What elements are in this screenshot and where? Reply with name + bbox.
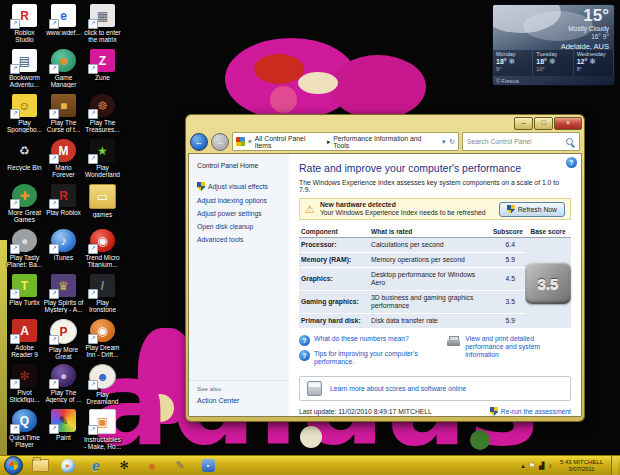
close-button[interactable]: × bbox=[554, 117, 582, 130]
alert-title: New hardware detected bbox=[320, 201, 494, 209]
wei-rated: 3D business and gaming graphics performa… bbox=[369, 291, 485, 314]
desktop-icon-itunes[interactable]: ♪↗iTunes bbox=[44, 229, 83, 274]
taskbar-pivot[interactable]: ✻ bbox=[115, 457, 133, 475]
link-improve-tips[interactable]: ? Tips for improving your computer's per… bbox=[299, 350, 441, 366]
help-icon[interactable]: ? bbox=[566, 157, 577, 168]
breadcrumb-all-control-panel[interactable]: All Control Panel Items bbox=[255, 135, 324, 149]
chevron-down-icon[interactable]: ▾ bbox=[442, 138, 445, 146]
document-icon: ▣↗ bbox=[89, 409, 116, 434]
desktop-icon-bookworm[interactable]: ▤↗Bookworm Adventu... bbox=[5, 49, 44, 94]
desktop-icon-adobe-reader[interactable]: A↗Adobe Reader 9 bbox=[5, 319, 44, 364]
desktop-icon-website[interactable]: e↗www.wdef... bbox=[44, 4, 83, 49]
sidebar-item-action-center[interactable]: Action Center bbox=[197, 397, 281, 404]
network-icon[interactable]: ▟ bbox=[539, 462, 544, 470]
forward-button[interactable]: → bbox=[211, 133, 229, 151]
taskbar-tool[interactable]: ✎ bbox=[171, 457, 189, 475]
tray-expand-icon[interactable]: ▴ bbox=[521, 462, 525, 470]
shortcut-arrow-icon: ↗ bbox=[49, 379, 59, 389]
taskbar-internet-explorer[interactable]: e bbox=[87, 457, 105, 475]
taskbar-messenger[interactable]: ▪ bbox=[199, 457, 217, 475]
desktop-icon-trend-micro[interactable]: ◉↗Trend Micro Titanium... bbox=[83, 229, 122, 274]
refresh-now-button[interactable]: Refresh Now bbox=[499, 202, 565, 217]
star-icon: ★↗ bbox=[90, 139, 115, 162]
col-header: Base score bbox=[525, 226, 571, 238]
taskbar-game[interactable]: ● bbox=[143, 457, 161, 475]
desktop-icon-curse[interactable]: ■↗Play The Curse of t... bbox=[44, 94, 83, 139]
shortcut-arrow-icon: ↗ bbox=[49, 109, 59, 119]
messenger-icon: ▪ bbox=[202, 459, 215, 472]
taskbar-media-player[interactable]: ▸ bbox=[59, 457, 77, 475]
desktop-icon-mario-forever[interactable]: M↗Mario Forever bbox=[44, 139, 83, 184]
desktop-icon-quicktime[interactable]: Q↗QuickTime Player bbox=[5, 409, 44, 454]
sidebar-item-visual-effects[interactable]: Adjust visual effects bbox=[197, 182, 289, 191]
desktop-icon-matrix[interactable]: ▦↗click to enter the matrix bbox=[83, 4, 122, 49]
breadcrumb-separator: ▸ bbox=[327, 138, 330, 146]
wallpaper-trefoil-blob bbox=[330, 55, 426, 119]
forecast-day: Monday 18°❄ 9° bbox=[493, 50, 533, 76]
desktop-icon-ironstone[interactable]: /↗Play Ironstone bbox=[83, 274, 122, 319]
link-what-numbers-mean[interactable]: ? What do these numbers mean? bbox=[299, 335, 441, 346]
shortcut-arrow-icon: ↗ bbox=[88, 109, 98, 119]
breadcrumb-performance[interactable]: Performance Information and Tools bbox=[333, 135, 439, 149]
link-view-print[interactable]: View and print detailed performance and … bbox=[447, 335, 571, 370]
shortcut-arrow-icon: ↗ bbox=[10, 109, 20, 119]
sidebar-item-indexing[interactable]: Adjust indexing options bbox=[197, 197, 289, 204]
col-header: Subscore bbox=[485, 226, 525, 238]
volume-icon[interactable]: ♪ bbox=[548, 462, 552, 469]
link-learn-more[interactable]: Learn more about scores and software onl… bbox=[299, 376, 571, 401]
desktop-icon-dream-inn[interactable]: ◉↗Play Dream Inn - Drift... bbox=[83, 319, 122, 364]
refresh-icon[interactable]: ↻ bbox=[449, 138, 455, 146]
desktop-icon-agency[interactable]: ●↗Play The Agency of ... bbox=[44, 364, 83, 409]
desktop-icon-more-great-games[interactable]: ✚↗More Great Games bbox=[5, 184, 44, 229]
weather-gadget[interactable]: 15° Mostly Cloudy 16° 9° Adelaide, AUS M… bbox=[492, 4, 615, 86]
back-button[interactable]: ← bbox=[190, 133, 208, 151]
app-icon: /↗ bbox=[90, 274, 115, 297]
desktop-icon-treasures[interactable]: ☸↗Play The Treasures... bbox=[83, 94, 122, 139]
sidebar-item-power[interactable]: Adjust power settings bbox=[197, 210, 289, 217]
show-desktop-button[interactable] bbox=[611, 456, 618, 475]
title-bar[interactable]: – □ × bbox=[188, 117, 582, 130]
sidebar-item-advanced-tools[interactable]: Advanced tools bbox=[197, 236, 289, 243]
desktop-icon-spongebob[interactable]: ☺↗Play Spongebo... bbox=[5, 94, 44, 139]
desktop-icon-instructables[interactable]: ▣↗Instructables - Make, Ho... bbox=[83, 409, 122, 454]
stick-figure-icon: ✻ bbox=[119, 459, 128, 472]
wei-subscore: 4.5 bbox=[485, 268, 525, 291]
app-icon: R↗ bbox=[51, 184, 76, 207]
desktop-icon-paint[interactable]: ✎↗Paint bbox=[44, 409, 83, 454]
wallpaper-splatter bbox=[298, 72, 338, 94]
desktop-icon-roblox-studio[interactable]: R↗Roblox Studio bbox=[5, 4, 44, 49]
desktop-icon-play-roblox[interactable]: R↗Play Roblox bbox=[44, 184, 83, 229]
app-icon: T↗ bbox=[12, 274, 37, 297]
desktop-icon-dreamland[interactable]: ☻↗Play Dreamland bbox=[83, 364, 122, 409]
taskbar-clock[interactable]: 5:43 MITCHELL 3/07/2011 bbox=[560, 459, 603, 473]
navigation-bar: ← → « All Control Panel Items ▸ Performa… bbox=[188, 130, 582, 153]
start-button[interactable] bbox=[4, 456, 23, 475]
desktop-icon-popcap-games[interactable]: P↗Play More Great Games! bbox=[44, 319, 83, 364]
desktop-icon-games-folder[interactable]: ▭↗games bbox=[83, 184, 122, 229]
search-input[interactable]: Search Control Panel bbox=[462, 132, 580, 151]
wei-component: Primary hard disk: bbox=[299, 314, 369, 329]
minimize-button[interactable]: – bbox=[514, 117, 533, 130]
desktop-icon-pivot[interactable]: ✻↗Pivot Stickfigu... bbox=[5, 364, 44, 409]
app-icon: ■↗ bbox=[51, 94, 76, 117]
desktop-icon-spirits-of-mystery[interactable]: ♛↗Play Spirits of Mystery - A... bbox=[44, 274, 83, 319]
desktop-icon-game-manager[interactable]: ☻↗Game Manager bbox=[44, 49, 83, 94]
desktop-icon-wonderland[interactable]: ★↗Play Wonderland bbox=[83, 139, 122, 184]
snow-icon: ❄ bbox=[509, 57, 516, 66]
rerun-assessment-link[interactable]: Re-run the assessment bbox=[490, 407, 571, 416]
search-icon[interactable] bbox=[566, 138, 573, 145]
desktop-icon-zune[interactable]: Z↗Zune bbox=[83, 49, 122, 94]
desktop-icon-tasty-planet[interactable]: ●↗Play Tasty Planet: Ba... bbox=[5, 229, 44, 274]
desktop-icon-recycle-bin[interactable]: ♻↗Recycle Bin bbox=[5, 139, 44, 184]
sidebar-item-disk-cleanup[interactable]: Open disk cleanup bbox=[197, 223, 289, 230]
crumb-prefix: « bbox=[248, 138, 252, 145]
last-update-text: Last update: 11/02/2010 8:49:17 MITCHELL bbox=[299, 408, 432, 415]
action-center-flag-icon[interactable]: ⚑ bbox=[529, 462, 535, 470]
desktop-icon-turtix[interactable]: T↗Play Turtix bbox=[5, 274, 44, 319]
address-bar[interactable]: « All Control Panel Items ▸ Performance … bbox=[232, 132, 459, 151]
wallpaper-splatter bbox=[470, 430, 490, 450]
sidebar-item-control-panel-home[interactable]: Control Panel Home bbox=[197, 162, 289, 169]
maximize-button[interactable]: □ bbox=[534, 117, 553, 130]
uac-shield-icon bbox=[507, 205, 515, 214]
taskbar-explorer[interactable] bbox=[31, 457, 49, 475]
